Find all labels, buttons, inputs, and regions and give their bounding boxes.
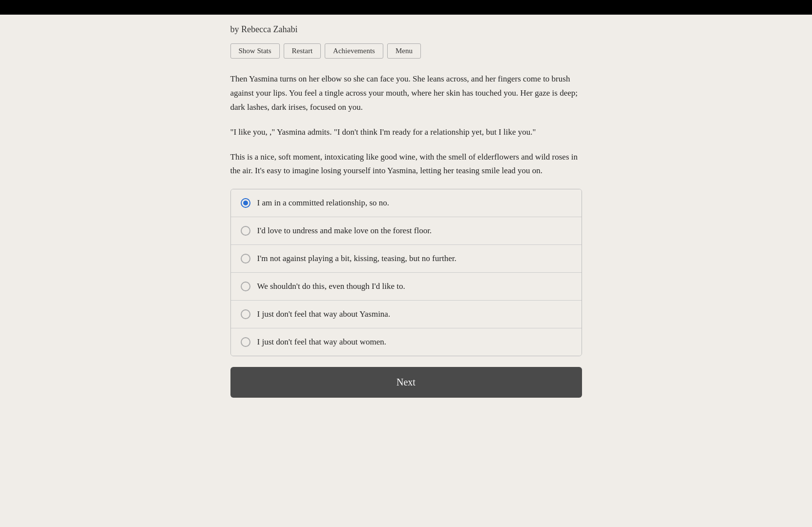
choice-label-5: I just don't feel that way about Yasmina…: [257, 309, 391, 319]
choice-label-2: I'd love to undress and make love on the…: [257, 226, 432, 236]
restart-button[interactable]: Restart: [284, 43, 321, 59]
narrative-paragraph-1: Then Yasmina turns on her elbow so she c…: [230, 72, 582, 115]
radio-inner-1: [243, 201, 248, 205]
choice-label-3: I'm not against playing a bit, kissing, …: [257, 254, 457, 264]
radio-circle-1: [241, 198, 250, 208]
choice-item-5[interactable]: I just don't feel that way about Yasmina…: [231, 301, 582, 328]
choice-item-3[interactable]: I'm not against playing a bit, kissing, …: [231, 245, 582, 273]
top-bar: [0, 0, 812, 15]
next-button[interactable]: Next: [230, 367, 582, 398]
choice-item-6[interactable]: I just don't feel that way about women.: [231, 328, 582, 356]
radio-circle-2: [241, 226, 250, 236]
content-wrapper: by Rebecca Zahabi Show Stats Restart Ach…: [230, 15, 582, 427]
radio-circle-5: [241, 309, 250, 319]
choices-container: I am in a committed relationship, so no.…: [230, 189, 582, 356]
author-line: by Rebecca Zahabi: [230, 24, 582, 35]
toolbar: Show Stats Restart Achievements Menu: [230, 43, 582, 59]
achievements-button[interactable]: Achievements: [325, 43, 383, 59]
narrative-paragraph-2: "I like you, ," Yasmina admits. "I don't…: [230, 125, 582, 140]
show-stats-button[interactable]: Show Stats: [230, 43, 280, 59]
radio-circle-4: [241, 282, 250, 291]
choice-label-1: I am in a committed relationship, so no.: [257, 198, 390, 208]
radio-circle-3: [241, 254, 250, 264]
choice-label-4: We shouldn't do this, even though I'd li…: [257, 282, 405, 291]
radio-circle-6: [241, 337, 250, 347]
choice-item-4[interactable]: We shouldn't do this, even though I'd li…: [231, 273, 582, 301]
choice-item-1[interactable]: I am in a committed relationship, so no.: [231, 189, 582, 217]
menu-button[interactable]: Menu: [387, 43, 421, 59]
choice-item-2[interactable]: I'd love to undress and make love on the…: [231, 217, 582, 245]
narrative-paragraph-3: This is a nice, soft moment, intoxicatin…: [230, 150, 582, 179]
choice-label-6: I just don't feel that way about women.: [257, 337, 387, 347]
